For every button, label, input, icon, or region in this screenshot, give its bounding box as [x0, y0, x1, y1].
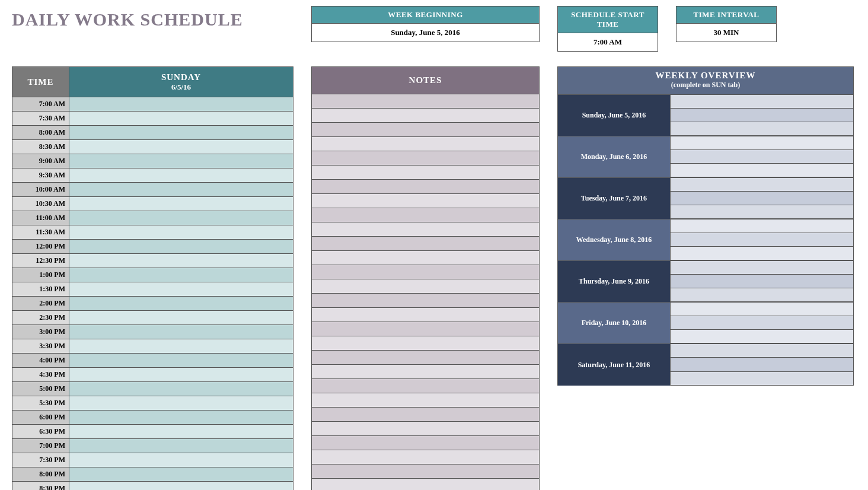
schedule-row: 5:30 PM [12, 396, 293, 411]
schedule-entry-cell[interactable] [69, 240, 293, 253]
schedule-entry-cell[interactable] [69, 425, 293, 438]
schedule-time-cell: 2:00 PM [12, 297, 69, 310]
overview-entry-cell[interactable] [671, 178, 853, 192]
notes-row[interactable] [312, 279, 539, 294]
notes-row[interactable] [312, 237, 539, 251]
schedule-entry-cell[interactable] [69, 382, 293, 396]
notes-row[interactable] [312, 479, 539, 490]
notes-row[interactable] [312, 464, 539, 479]
overview-day-label: Thursday, June 9, 2016 [558, 261, 671, 302]
notes-row[interactable] [312, 450, 539, 464]
overview-entry-cell[interactable] [671, 95, 853, 109]
notes-row[interactable] [312, 109, 539, 123]
notes-row[interactable] [312, 180, 539, 194]
notes-row[interactable] [312, 436, 539, 450]
schedule-time-cell: 4:30 PM [12, 368, 69, 381]
notes-row[interactable] [312, 336, 539, 351]
overview-entry-cell[interactable] [671, 372, 853, 386]
overview-entry-cell[interactable] [671, 192, 853, 205]
schedule-entry-cell[interactable] [69, 354, 293, 367]
schedule-entry-cell[interactable] [69, 112, 293, 125]
overview-entry-cell[interactable] [671, 205, 853, 219]
schedule-entry-cell[interactable] [69, 126, 293, 139]
overview-entry-cell[interactable] [671, 136, 853, 150]
notes-row[interactable] [312, 408, 539, 422]
schedule-entry-cell[interactable] [69, 225, 293, 239]
overview-entry-cell[interactable] [671, 288, 853, 302]
notes-row[interactable] [312, 137, 539, 151]
notes-row[interactable] [312, 365, 539, 379]
overview-row: Sunday, June 5, 2016 [558, 95, 853, 136]
notes-header: NOTES [312, 67, 539, 94]
notes-row[interactable] [312, 379, 539, 393]
schedule-entry-cell[interactable] [69, 482, 293, 490]
notes-row[interactable] [312, 294, 539, 308]
notes-row[interactable] [312, 166, 539, 180]
overview-day-label: Saturday, June 11, 2016 [558, 344, 671, 386]
overview-entry-cell[interactable] [671, 316, 853, 330]
overview-entry-cell[interactable] [671, 109, 853, 122]
schedule-entry-cell[interactable] [69, 368, 293, 381]
overview-entry-cell[interactable] [671, 233, 853, 247]
notes-row[interactable] [312, 151, 539, 166]
notes-row[interactable] [312, 322, 539, 336]
schedule-header-time: TIME [12, 67, 69, 97]
schedule-entry-cell[interactable] [69, 282, 293, 296]
notes-row[interactable] [312, 123, 539, 137]
schedule-time-cell: 8:00 PM [12, 467, 69, 481]
overview-entry-cell[interactable] [671, 303, 853, 316]
notes-row[interactable] [312, 251, 539, 265]
schedule-entry-cell[interactable] [69, 211, 293, 225]
notes-row[interactable] [312, 222, 539, 237]
overview-entry-cell[interactable] [671, 164, 853, 177]
overview-entry-cell[interactable] [671, 150, 853, 164]
schedule-entry-cell[interactable] [69, 439, 293, 453]
schedule-time-cell: 7:30 PM [12, 453, 69, 467]
schedule-entry-cell[interactable] [69, 396, 293, 410]
time-interval-value[interactable]: 30 MIN [676, 23, 776, 42]
schedule-entry-cell[interactable] [69, 154, 293, 168]
schedule-row: 3:30 PM [12, 339, 293, 354]
overview-row: Thursday, June 9, 2016 [558, 261, 853, 303]
schedule-time-cell: 3:30 PM [12, 339, 69, 353]
schedule-time-cell: 12:30 PM [12, 254, 69, 268]
schedule-entry-cell[interactable] [69, 140, 293, 154]
overview-entry-cell[interactable] [671, 122, 853, 136]
schedule-entry-cell[interactable] [69, 297, 293, 310]
overview-entry-cell[interactable] [671, 330, 853, 343]
schedule-entry-cell[interactable] [69, 183, 293, 196]
overview-entry-cell[interactable] [671, 344, 853, 358]
schedule-entry-cell[interactable] [69, 168, 293, 182]
schedule-entry-cell[interactable] [69, 325, 293, 339]
schedule-entry-cell[interactable] [69, 339, 293, 353]
overview-day-label: Wednesday, June 8, 2016 [558, 219, 671, 260]
overview-entry-cell[interactable] [671, 247, 853, 260]
schedule-start-time-value[interactable]: 7:00 AM [558, 33, 658, 51]
week-beginning-value[interactable]: Sunday, June 5, 2016 [312, 23, 539, 42]
schedule-entry-cell[interactable] [69, 453, 293, 467]
overview-entry-cell[interactable] [671, 358, 853, 371]
notes-row[interactable] [312, 208, 539, 222]
notes-row[interactable] [312, 422, 539, 436]
schedule-entry-cell[interactable] [69, 311, 293, 324]
schedule-entry-cell[interactable] [69, 268, 293, 282]
notes-row[interactable] [312, 265, 539, 279]
overview-entry-cell[interactable] [671, 261, 853, 275]
schedule-entry-cell[interactable] [69, 411, 293, 424]
schedule-entry-cell[interactable] [69, 197, 293, 211]
overview-entry-cell[interactable] [671, 275, 853, 288]
notes-row[interactable] [312, 393, 539, 408]
schedule-entry-cell[interactable] [69, 254, 293, 268]
schedule-row: 12:00 PM [12, 240, 293, 254]
week-beginning-box: WEEK BEGINNING Sunday, June 5, 2016 [311, 6, 540, 42]
notes-row[interactable] [312, 94, 539, 109]
schedule-row: 8:30 PM [12, 482, 293, 490]
schedule-row: 3:00 PM [12, 325, 293, 339]
overview-entry-cell[interactable] [671, 219, 853, 233]
schedule-time-cell: 11:30 AM [12, 225, 69, 239]
notes-row[interactable] [312, 351, 539, 365]
schedule-entry-cell[interactable] [69, 467, 293, 481]
schedule-entry-cell[interactable] [69, 97, 293, 111]
notes-row[interactable] [312, 308, 539, 322]
notes-row[interactable] [312, 194, 539, 208]
